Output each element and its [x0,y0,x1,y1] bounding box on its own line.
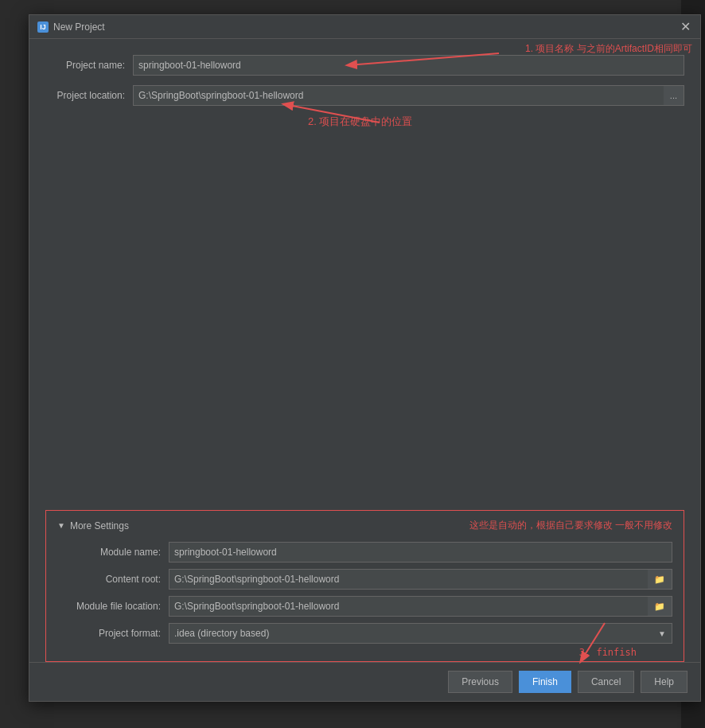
help-button[interactable]: Help [641,671,687,693]
dialog-body: 1. 项目名称 与之前的ArtifactID相同即可 Project name:… [29,39,700,662]
project-name-label: Project name: [45,60,133,71]
new-project-dialog: IJ New Project ✕ 1. 项目名称 与之前的ArtifactID相… [29,14,701,702]
content-root-browse-button[interactable]: 📁 [648,569,672,590]
dialog-titlebar: IJ New Project ✕ [29,15,700,39]
dialog-title: New Project [53,21,105,33]
content-root-label: Content root: [57,574,169,585]
module-file-input[interactable] [169,596,648,617]
project-location-row: Project location: ... [45,85,684,106]
close-button[interactable]: ✕ [679,21,692,33]
dialog-icon: IJ [37,21,49,33]
empty-area [45,115,684,497]
project-name-input[interactable] [133,55,684,76]
cancel-button[interactable]: Cancel [578,671,634,693]
annotation-1: 1. 项目名称 与之前的ArtifactID相同即可 [525,43,692,54]
project-location-input[interactable] [133,85,664,106]
module-file-browse-button[interactable]: 📁 [648,596,672,617]
project-format-wrapper: .idea (directory based) ▼ [169,623,672,644]
project-location-label: Project location: [45,90,133,101]
browse-button[interactable]: ... [664,85,684,106]
project-format-select[interactable]: .idea (directory based) [169,623,672,644]
more-settings-label: More Settings [70,520,129,531]
content-root-input-group: 📁 [169,569,672,590]
module-name-row: Module name: [57,542,672,563]
project-format-label: Project format: [57,628,169,639]
module-file-input-group: 📁 [169,596,672,617]
more-settings-section: ▼ More Settings 这些是自动的，根据自己要求修改 一般不用修改 M… [45,510,684,662]
project-name-row: Project name: [45,55,684,76]
previous-button[interactable]: Previous [448,671,512,693]
project-format-row: Project format: .idea (directory based) … [57,623,672,644]
more-settings-header: ▼ More Settings 这些是自动的，根据自己要求修改 一般不用修改 [57,519,672,532]
project-location-input-group: ... [133,85,684,106]
module-name-input[interactable] [169,542,672,563]
module-name-label: Module name: [57,547,169,558]
module-file-label: Module file location: [57,601,169,612]
finish-button[interactable]: Finish [519,671,571,693]
content-root-input[interactable] [169,569,648,590]
collapse-arrow-icon[interactable]: ▼ [57,521,65,530]
module-file-row: Module file location: 📁 [57,596,672,617]
titlebar-left: IJ New Project [37,21,105,33]
content-root-row: Content root: 📁 [57,569,672,590]
dialog-footer: 3. finfish Previous Finish Cancel Help [29,662,700,701]
more-settings-annotation: 这些是自动的，根据自己要求修改 一般不用修改 [469,519,672,532]
